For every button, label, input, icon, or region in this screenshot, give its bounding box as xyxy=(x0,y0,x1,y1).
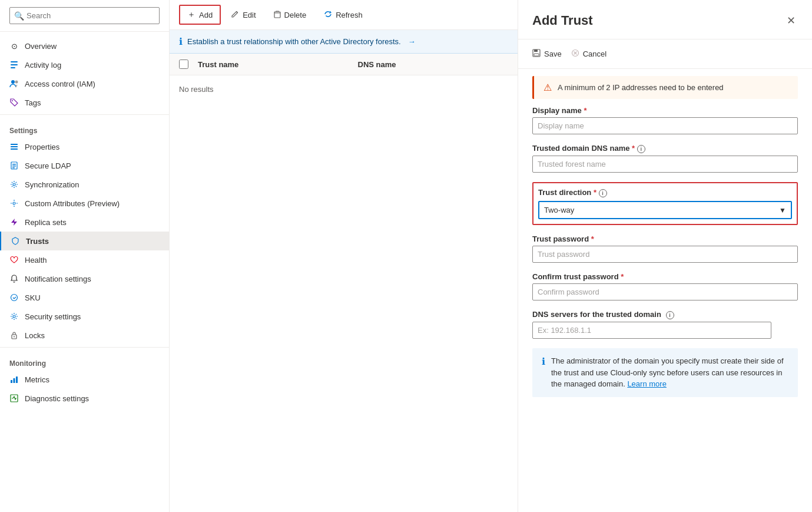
svg-rect-6 xyxy=(11,144,18,145)
refresh-label: Refresh xyxy=(336,11,363,19)
cancel-button[interactable]: Cancel xyxy=(571,47,606,61)
save-label: Save xyxy=(544,49,562,58)
lock-icon xyxy=(9,331,19,340)
sidebar-item-trusts[interactable]: Trusts xyxy=(0,232,169,250)
trust-direction-select-wrap: Two-way One-way: incoming One-way: outgo… xyxy=(538,201,792,219)
sidebar-item-label: Metrics xyxy=(25,375,49,384)
edit-button[interactable]: Edit xyxy=(223,6,263,24)
sidebar-item-sku[interactable]: SKU xyxy=(0,288,169,307)
bell-icon xyxy=(9,274,19,283)
sidebar-item-label: Properties xyxy=(25,143,59,151)
warning-icon: ⚠ xyxy=(543,82,552,93)
tag-icon xyxy=(9,98,19,107)
monitoring-section-label: Monitoring xyxy=(0,350,169,370)
trust-password-group: Trust password * xyxy=(532,234,798,263)
trusted-dns-required: * xyxy=(632,144,635,153)
sidebar-item-label: Replica sets xyxy=(25,218,67,227)
sidebar-item-activity-log[interactable]: Activity log xyxy=(0,55,169,74)
confirm-password-input[interactable] xyxy=(532,283,798,300)
svg-rect-22 xyxy=(11,395,18,402)
display-name-input[interactable] xyxy=(532,117,798,134)
sidebar-item-security-settings[interactable]: Security settings xyxy=(0,307,169,326)
sidebar-item-properties[interactable]: Properties xyxy=(0,137,169,156)
sku-icon xyxy=(9,293,19,302)
sidebar-nav: ⊙ Overview Activity log Access control (… xyxy=(0,32,169,512)
dns-servers-input[interactable] xyxy=(532,322,771,339)
confirm-password-group: Confirm trust password * xyxy=(532,272,798,300)
chart-icon xyxy=(9,375,19,384)
add-button[interactable]: ＋ Add xyxy=(179,5,221,25)
trust-password-input[interactable] xyxy=(532,246,798,263)
svg-point-3 xyxy=(11,80,15,84)
delete-icon xyxy=(274,10,281,20)
svg-rect-2 xyxy=(11,67,15,68)
save-button[interactable]: Save xyxy=(532,47,562,61)
select-all-checkbox[interactable] xyxy=(179,60,188,69)
svg-point-15 xyxy=(11,295,18,301)
svg-rect-20 xyxy=(14,378,15,383)
doc-icon xyxy=(9,161,19,170)
svg-rect-25 xyxy=(534,49,538,52)
sidebar-item-health[interactable]: Health xyxy=(0,250,169,269)
trust-direction-label: Trust direction * i xyxy=(538,188,792,197)
confirm-password-label: Confirm trust password * xyxy=(532,272,798,281)
panel-close-button[interactable]: ✕ xyxy=(784,12,798,29)
toolbar: ＋ Add Edit Delete Refresh xyxy=(170,0,518,30)
list-icon xyxy=(9,60,19,70)
panel-header: Add Trust ✕ xyxy=(518,0,812,39)
sidebar-item-tags[interactable]: Tags xyxy=(0,93,169,112)
sidebar-item-secure-ldap[interactable]: Secure LDAP xyxy=(0,156,169,175)
trusted-dns-group: Trusted domain DNS name * i xyxy=(532,144,798,173)
svg-rect-11 xyxy=(12,166,16,167)
learn-more-link[interactable]: Learn more xyxy=(627,379,666,388)
gear2-icon xyxy=(9,199,19,208)
plus-icon: ＋ xyxy=(187,9,195,20)
people-icon xyxy=(9,79,19,88)
sidebar-item-metrics[interactable]: Metrics xyxy=(0,370,169,389)
delete-label: Delete xyxy=(284,11,307,19)
sidebar-item-label: Secure LDAP xyxy=(25,161,71,170)
sidebar-item-label: SKU xyxy=(25,293,41,302)
add-label: Add xyxy=(199,11,213,19)
dns-servers-info-icon[interactable]: i xyxy=(666,311,674,319)
sidebar-search-container: 🔍 xyxy=(0,0,169,32)
sidebar-item-label: Tags xyxy=(25,98,41,107)
svg-point-4 xyxy=(15,81,18,84)
search-input[interactable] xyxy=(9,7,160,24)
delete-button[interactable]: Delete xyxy=(266,6,314,24)
info-banner-link[interactable]: → xyxy=(408,37,416,46)
sidebar-item-synchronization[interactable]: Synchronization xyxy=(0,175,169,194)
search-icon: 🔍 xyxy=(14,11,24,21)
sidebar-item-label: Overview xyxy=(25,42,57,51)
sidebar-item-label: Trusts xyxy=(26,237,49,246)
sidebar-item-label: Synchronization xyxy=(25,180,79,189)
sidebar-item-label: Custom Attributes (Preview) xyxy=(25,199,120,208)
sidebar-item-custom-attributes[interactable]: Custom Attributes (Preview) xyxy=(0,194,169,213)
svg-rect-10 xyxy=(12,164,16,165)
trusted-dns-input[interactable] xyxy=(532,156,798,173)
sidebar-item-locks[interactable]: Locks xyxy=(0,326,169,345)
sidebar-item-label: Activity log xyxy=(25,61,61,70)
sidebar-item-replica-sets[interactable]: Replica sets xyxy=(0,213,169,232)
svg-point-18 xyxy=(14,336,15,338)
bars-icon xyxy=(9,142,19,151)
gear-icon xyxy=(9,180,19,189)
trusted-dns-info-icon[interactable]: i xyxy=(637,145,645,153)
sidebar-item-diagnostic-settings[interactable]: Diagnostic settings xyxy=(0,389,169,408)
confirm-password-required: * xyxy=(621,272,624,281)
svg-rect-12 xyxy=(12,167,15,169)
trust-direction-required: * xyxy=(594,188,596,197)
display-name-label: Display name * xyxy=(532,106,798,115)
admin-info-banner: ℹ The administrator of the domain you sp… xyxy=(532,348,798,397)
table-area: Trust name DNS name No results xyxy=(170,54,518,512)
sidebar-item-access-control[interactable]: Access control (IAM) xyxy=(0,74,169,93)
sidebar-item-overview[interactable]: ⊙ Overview xyxy=(0,37,169,55)
refresh-button[interactable]: Refresh xyxy=(316,6,370,24)
cancel-label: Cancel xyxy=(583,49,606,58)
trust-direction-select[interactable]: Two-way One-way: incoming One-way: outgo… xyxy=(538,201,792,219)
trusted-dns-label: Trusted domain DNS name * i xyxy=(532,144,798,153)
sidebar-item-notification-settings[interactable]: Notification settings xyxy=(0,269,169,288)
trust-direction-info-icon[interactable]: i xyxy=(599,189,607,197)
trust-direction-group: Trust direction * i Two-way One-way: inc… xyxy=(532,182,798,225)
dns-servers-group: DNS servers for the trusted domain i xyxy=(532,310,798,339)
